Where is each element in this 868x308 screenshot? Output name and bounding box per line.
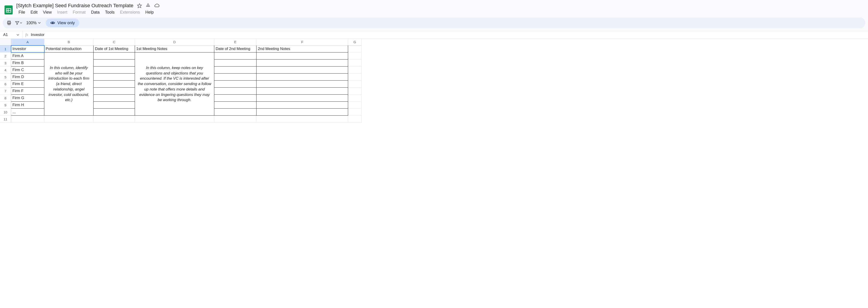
cell-A5[interactable]: Firm D xyxy=(11,74,44,81)
cell-F4[interactable] xyxy=(256,66,348,74)
cell-G11[interactable] xyxy=(348,116,362,123)
row-header-9[interactable]: 9 xyxy=(0,102,11,109)
menu-tools[interactable]: Tools xyxy=(103,9,117,16)
cell-G5[interactable] xyxy=(348,74,362,81)
cell-C11[interactable] xyxy=(94,116,135,123)
cell-D1[interactable]: 1st Meeting Notes xyxy=(135,46,214,53)
cell-C6[interactable] xyxy=(94,81,135,88)
row-header-8[interactable]: 8 xyxy=(0,94,11,102)
cell-F11[interactable] xyxy=(256,116,348,123)
cell-E2[interactable] xyxy=(214,53,256,59)
formula-bar[interactable]: Investor xyxy=(31,33,44,37)
cell-E7[interactable] xyxy=(214,88,256,94)
row-header-1[interactable]: 1 xyxy=(0,46,11,53)
cell-F2[interactable] xyxy=(256,53,348,59)
cell-F8[interactable] xyxy=(256,94,348,102)
cell-E5[interactable] xyxy=(214,74,256,81)
row-header-4[interactable]: 4 xyxy=(0,66,11,74)
cell-F10[interactable] xyxy=(256,109,348,116)
cell-A3[interactable]: Firm B xyxy=(11,59,44,66)
cell-E9[interactable] xyxy=(214,102,256,109)
cell-E1[interactable]: Date of 2nd Meeting xyxy=(214,46,256,53)
cell-A6[interactable]: Firm E xyxy=(11,81,44,88)
cell-C1[interactable]: Date of 1st Meeting xyxy=(94,46,135,53)
cell-G3[interactable] xyxy=(348,59,362,66)
doc-title[interactable]: [Stytch Example] Seed Fundraise Outreach… xyxy=(16,3,133,8)
merged-note-col-b[interactable]: In this column, identify who will be you… xyxy=(44,53,94,116)
cell-E11[interactable] xyxy=(214,116,256,123)
col-header-D[interactable]: D xyxy=(135,39,214,46)
cell-B11[interactable] xyxy=(44,116,94,123)
cell-E8[interactable] xyxy=(214,94,256,102)
menu-view[interactable]: View xyxy=(41,9,54,16)
print-button[interactable] xyxy=(5,19,13,27)
svg-marker-4 xyxy=(137,4,142,8)
zoom-select[interactable]: 100% xyxy=(24,20,43,26)
row-header-11[interactable]: 11 xyxy=(0,116,11,123)
cell-G2[interactable] xyxy=(348,53,362,59)
col-header-C[interactable]: C xyxy=(94,39,135,46)
merged-note-col-d[interactable]: In this column, keep notes on key questi… xyxy=(135,53,214,116)
cell-F7[interactable] xyxy=(256,88,348,94)
cell-G7[interactable] xyxy=(348,88,362,94)
row-header-7[interactable]: 7 xyxy=(0,88,11,94)
row-header-6[interactable]: 6 xyxy=(0,81,11,88)
cell-C10[interactable] xyxy=(94,109,135,116)
col-header-A[interactable]: A xyxy=(11,39,44,46)
menu-data[interactable]: Data xyxy=(89,9,102,16)
cell-A2[interactable]: Firm A xyxy=(11,53,44,59)
cell-A7[interactable]: Firm F xyxy=(11,88,44,94)
cell-B1[interactable]: Potential introduction xyxy=(44,46,94,53)
col-header-E[interactable]: E xyxy=(214,39,256,46)
zoom-value: 100% xyxy=(26,21,37,25)
cell-E4[interactable] xyxy=(214,66,256,74)
cell-F3[interactable] xyxy=(256,59,348,66)
cell-C5[interactable] xyxy=(94,74,135,81)
cell-E10[interactable] xyxy=(214,109,256,116)
col-header-B[interactable]: B xyxy=(44,39,94,46)
cell-D11[interactable] xyxy=(135,116,214,123)
cell-G4[interactable] xyxy=(348,66,362,74)
cell-A8[interactable]: Firm G xyxy=(11,94,44,102)
menu-edit[interactable]: Edit xyxy=(28,9,40,16)
move-to-drive-icon[interactable] xyxy=(146,3,151,8)
menu-file[interactable]: File xyxy=(16,9,27,16)
cell-C3[interactable] xyxy=(94,59,135,66)
view-only-badge[interactable]: View only xyxy=(46,19,79,27)
cell-E6[interactable] xyxy=(214,81,256,88)
cell-G8[interactable] xyxy=(348,94,362,102)
cell-F9[interactable] xyxy=(256,102,348,109)
filter-button[interactable] xyxy=(14,19,23,27)
cell-A10[interactable]: ... xyxy=(11,109,44,116)
view-mode-label: View only xyxy=(57,21,75,25)
cell-A4[interactable]: Firm C xyxy=(11,66,44,74)
cell-G10[interactable] xyxy=(348,109,362,116)
cell-F1[interactable]: 2nd Meeting Notes xyxy=(256,46,348,53)
cell-G6[interactable] xyxy=(348,81,362,88)
select-all-corner[interactable] xyxy=(0,39,11,46)
cell-E3[interactable] xyxy=(214,59,256,66)
cloud-status-icon[interactable] xyxy=(154,3,160,8)
col-header-G[interactable]: G xyxy=(348,39,362,46)
cell-C7[interactable] xyxy=(94,88,135,94)
star-icon[interactable] xyxy=(137,3,142,8)
cell-G1[interactable] xyxy=(348,46,362,53)
row-header-3[interactable]: 3 xyxy=(0,59,11,66)
sheets-logo[interactable] xyxy=(4,5,13,15)
cell-A9[interactable]: Firm H xyxy=(11,102,44,109)
cell-C2[interactable] xyxy=(94,53,135,59)
cell-C9[interactable] xyxy=(94,102,135,109)
row-header-2[interactable]: 2 xyxy=(0,53,11,59)
col-header-F[interactable]: F xyxy=(256,39,348,46)
row-header-10[interactable]: 10 xyxy=(0,109,11,116)
cell-C8[interactable] xyxy=(94,94,135,102)
cell-G9[interactable] xyxy=(348,102,362,109)
cell-C4[interactable] xyxy=(94,66,135,74)
cell-A11[interactable] xyxy=(11,116,44,123)
menu-help[interactable]: Help xyxy=(143,9,156,16)
cell-F6[interactable] xyxy=(256,81,348,88)
name-box[interactable]: A1 xyxy=(0,31,23,38)
row-header-5[interactable]: 5 xyxy=(0,74,11,81)
cell-A1[interactable]: Investor xyxy=(11,46,44,53)
cell-F5[interactable] xyxy=(256,74,348,81)
